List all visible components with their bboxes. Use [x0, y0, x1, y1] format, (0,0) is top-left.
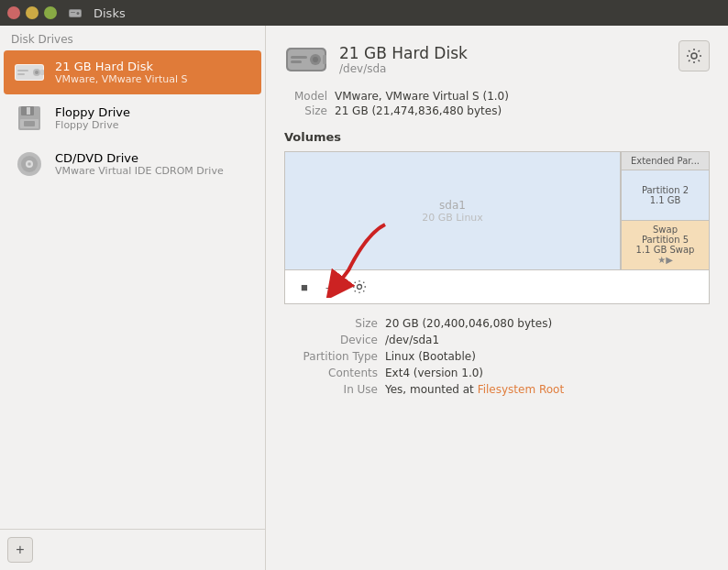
stop-button[interactable]: ■	[292, 275, 316, 299]
svg-point-29	[358, 285, 362, 290]
detail-partition-type-row: Partition Type Linux (Bootable)	[284, 350, 710, 363]
cdrom-title: CD/DVD Drive	[55, 151, 224, 165]
volume-toolbar: ■ —	[284, 270, 710, 304]
stop-icon: ■	[301, 280, 308, 294]
detail-size-value: 20 GB (20,400,046,080 bytes)	[385, 317, 552, 330]
hard-disk-title: 21 GB Hard Disk	[55, 60, 188, 73]
svg-rect-25	[291, 56, 307, 59]
gear-icon	[686, 48, 702, 64]
size-row: Size 21 GB (21,474,836,480 bytes)	[284, 104, 710, 117]
hard-disk-item-text: 21 GB Hard Disk VMware, VMware Virtual S	[55, 60, 188, 85]
detail-size-row: Size 20 GB (20,400,046,080 bytes)	[284, 317, 710, 330]
sidebar-header: Disk Drives	[0, 26, 265, 49]
svg-rect-8	[17, 70, 28, 71]
titlebar: Disks	[0, 0, 728, 26]
window-title: Disks	[94, 6, 126, 20]
sidebar-item-floppy[interactable]: Floppy Drive Floppy Drive	[4, 96, 261, 140]
cdrom-subtitle: VMware Virtual IDE CDROM Drive	[55, 165, 224, 177]
size-label: Size	[284, 104, 335, 117]
maximize-button[interactable]	[44, 6, 57, 19]
partition-2[interactable]: Partition 2 1.1 GB	[622, 170, 709, 221]
main-partition-label: sda1 20 GB Linux	[418, 195, 487, 227]
swap-stars: ★▶	[657, 255, 673, 265]
remove-button[interactable]: —	[320, 275, 344, 299]
floppy-icon	[13, 102, 46, 135]
disk-name: 21 GB Hard Disk	[339, 44, 468, 62]
partition-diagram[interactable]: sda1 20 GB Linux Extended Par... Partiti…	[284, 151, 710, 270]
sidebar-item-hard-disk[interactable]: 21 GB Hard Disk VMware, VMware Virtual S	[4, 50, 261, 94]
detail-device-label: Device	[284, 334, 385, 346]
disk-title-text: 21 GB Hard Disk /dev/sda	[339, 44, 468, 75]
add-disk-button[interactable]: +	[7, 537, 33, 563]
extended-partition-header: Extended Par...	[622, 152, 709, 170]
svg-rect-13	[27, 107, 30, 115]
detail-device-value: /dev/sda1	[385, 334, 439, 346]
detail-partition-type-value: Linux (Bootable)	[385, 350, 476, 363]
volume-settings-button[interactable]	[347, 275, 371, 299]
floppy-subtitle: Floppy Drive	[55, 119, 130, 131]
detail-in-use-value: Yes, mounted at Filesystem Root	[385, 383, 564, 396]
sidebar-item-cdrom[interactable]: CD/DVD Drive VMware Virtual IDE CDROM Dr…	[4, 142, 261, 186]
hard-disk-icon	[13, 56, 46, 89]
volumes-label: Volumes	[284, 130, 710, 144]
svg-point-24	[313, 57, 318, 62]
disk-info: Model VMware, VMware Virtual S (1.0) Siz…	[284, 90, 710, 117]
detail-partition-type-label: Partition Type	[284, 350, 385, 363]
sidebar: Disk Drives 21 GB Hard Disk VMware, VMwa…	[0, 26, 266, 570]
minimize-button[interactable]	[26, 6, 39, 19]
svg-rect-15	[24, 121, 35, 126]
volume-gear-icon	[352, 280, 367, 294]
detail-contents-value: Ext4 (version 1.0)	[385, 367, 483, 379]
model-label: Model	[284, 90, 335, 103]
hard-disk-subtitle: VMware, VMware Virtual S	[55, 73, 188, 85]
svg-rect-3	[71, 12, 75, 13]
model-value: VMware, VMware Virtual S (1.0)	[335, 90, 509, 103]
svg-point-28	[691, 53, 697, 59]
detail-size-label: Size	[284, 317, 385, 330]
floppy-item-text: Floppy Drive Floppy Drive	[55, 105, 130, 131]
cdrom-icon	[13, 148, 46, 181]
sidebar-bottom: +	[0, 529, 265, 570]
floppy-title: Floppy Drive	[55, 105, 130, 119]
svg-rect-9	[17, 73, 25, 75]
swap-partition[interactable]: Swap Partition 5 1.1 GB Swap ★▶	[622, 221, 709, 270]
close-button[interactable]	[7, 6, 20, 19]
disk-settings-button[interactable]	[678, 40, 710, 71]
minus-icon: —	[326, 280, 338, 294]
detail-contents-row: Contents Ext4 (version 1.0)	[284, 367, 710, 379]
detail-in-use-row: In Use Yes, mounted at Filesystem Root	[284, 383, 710, 396]
svg-rect-27	[323, 55, 326, 64]
svg-rect-26	[291, 60, 302, 63]
toolbar-container: ■ —	[284, 270, 710, 304]
filesystem-root-link[interactable]: Filesystem Root	[478, 383, 564, 396]
disk-device: /dev/sda	[339, 62, 468, 75]
detail-device-row: Device /dev/sda1	[284, 334, 710, 346]
extended-partition-area: Extended Par... Partition 2 1.1 GB Swap …	[622, 152, 709, 269]
partition-details: Size 20 GB (20,400,046,080 bytes) Device…	[284, 317, 710, 396]
detail-contents-label: Contents	[284, 367, 385, 379]
swap-partition-label: Swap Partition 5 1.1 GB Swap	[636, 225, 695, 255]
main-container: Disk Drives 21 GB Hard Disk VMware, VMwa…	[0, 26, 728, 570]
svg-point-2	[77, 12, 80, 15]
partition-2-label: Partition 2 1.1 GB	[642, 185, 689, 205]
svg-rect-10	[40, 70, 44, 75]
detail-in-use-label: In Use	[284, 383, 385, 396]
svg-point-7	[35, 71, 39, 74]
app-icon	[68, 5, 83, 20]
in-use-text: Yes, mounted at	[385, 383, 478, 396]
disk-header: 21 GB Hard Disk /dev/sda	[284, 40, 710, 79]
svg-point-20	[28, 163, 30, 165]
size-value: 21 GB (21,474,836,480 bytes)	[335, 104, 502, 117]
main-partition[interactable]: sda1 20 GB Linux	[285, 152, 622, 269]
model-row: Model VMware, VMware Virtual S (1.0)	[284, 90, 710, 103]
disk-title-area: 21 GB Hard Disk /dev/sda	[284, 40, 468, 79]
disk-large-icon	[284, 40, 328, 79]
content-area: 21 GB Hard Disk /dev/sda Model VMware, V…	[266, 26, 728, 570]
cdrom-item-text: CD/DVD Drive VMware Virtual IDE CDROM Dr…	[55, 151, 224, 177]
